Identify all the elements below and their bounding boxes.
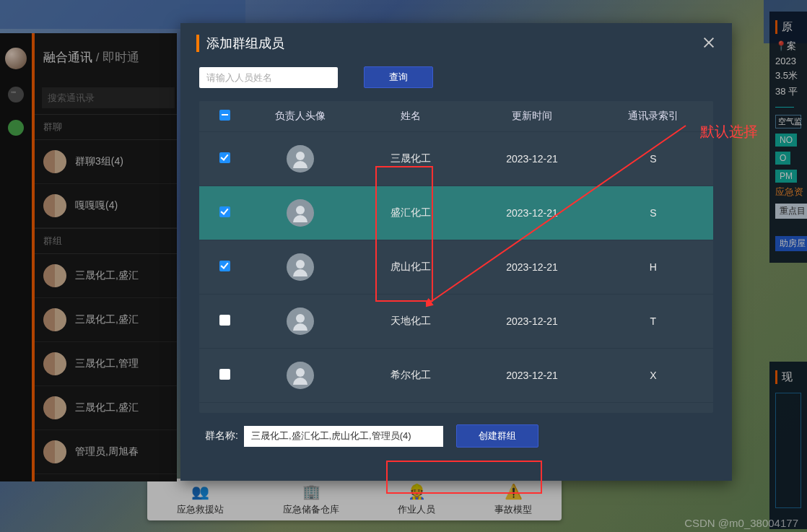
cell-time: 2023-12-21 xyxy=(471,132,593,186)
cell-index: S xyxy=(593,132,713,186)
modal-title: 添加群组成员 xyxy=(196,35,284,52)
select-all-checkbox[interactable] xyxy=(219,110,230,121)
cell-index: S xyxy=(593,186,713,240)
table-row[interactable]: 希尔化工2023-12-21X xyxy=(199,349,713,403)
cell-name: 三晟化工 xyxy=(351,132,471,186)
cell-time: 2023-12-21 xyxy=(471,403,593,414)
group-name-input[interactable] xyxy=(244,426,443,447)
cell-index: X xyxy=(593,349,713,403)
row-checkbox[interactable] xyxy=(219,206,230,217)
avatar-icon xyxy=(287,253,314,281)
name-input[interactable] xyxy=(199,67,338,88)
col-time: 更新时间 xyxy=(471,101,593,132)
cell-time: 2023-12-21 xyxy=(471,240,593,295)
row-checkbox[interactable] xyxy=(219,261,230,271)
table-row[interactable]: 盛汇化工2023-12-21S xyxy=(199,186,713,240)
cell-name: 盛汇化工 xyxy=(351,186,471,240)
search-bar: 查询 xyxy=(199,66,713,88)
cell-name: 希尔化工 xyxy=(351,349,471,403)
modal-header: 添加群组成员 xyxy=(180,23,732,64)
close-icon[interactable] xyxy=(702,36,716,51)
cell-time: 2023-12-21 xyxy=(471,295,593,349)
table-row[interactable]: 天地化工2023-12-21T xyxy=(199,295,713,349)
cell-index: H xyxy=(593,240,713,295)
avatar-icon xyxy=(287,362,314,389)
avatar-icon xyxy=(287,145,314,173)
row-checkbox[interactable] xyxy=(219,152,230,163)
table-header-row: 负责人头像 姓名 更新时间 通讯录索引 xyxy=(199,101,713,132)
row-checkbox[interactable] xyxy=(219,315,230,326)
cell-name: 虎山化工 xyxy=(351,240,471,295)
table-row[interactable]: 虎山化工2023-12-21H xyxy=(199,240,713,295)
col-avatar: 负责人头像 xyxy=(250,101,351,132)
member-table: 负责人头像 姓名 更新时间 通讯录索引 三晟化工2023-12-21S盛汇化工2… xyxy=(199,101,713,413)
cell-name: 金同特化工 xyxy=(351,403,471,414)
row-checkbox[interactable] xyxy=(219,369,230,380)
col-name: 姓名 xyxy=(351,101,471,132)
cell-name: 天地化工 xyxy=(351,295,471,349)
query-button[interactable]: 查询 xyxy=(364,66,433,88)
table-row[interactable]: 三晟化工2023-12-21S xyxy=(199,132,713,186)
group-name-label: 群名称: xyxy=(205,429,238,442)
modal-footer: 群名称: 创建群组 xyxy=(199,413,713,448)
cell-index: T xyxy=(593,295,713,349)
modal-body: 查询 负责人头像 姓名 更新时间 通讯录索引 三晟化工2023-12-21S盛汇… xyxy=(180,64,732,462)
watermark: CSDN @m0_38004177 xyxy=(684,517,798,529)
col-index: 通讯录索引 xyxy=(593,101,713,132)
table-row[interactable]: 金同特化工2023-12-21J xyxy=(199,403,713,414)
create-group-button[interactable]: 创建群组 xyxy=(456,424,538,448)
avatar-icon xyxy=(287,308,314,335)
annotation-text: 默认选择 xyxy=(700,122,758,141)
cell-time: 2023-12-21 xyxy=(471,349,593,403)
avatar-icon xyxy=(287,199,314,227)
cell-index: J xyxy=(593,403,713,414)
cell-time: 2023-12-21 xyxy=(471,186,593,240)
add-member-modal: 添加群组成员 查询 负责人头像 姓名 更新时间 通讯录索引 三晟化工2023-1… xyxy=(180,23,732,481)
